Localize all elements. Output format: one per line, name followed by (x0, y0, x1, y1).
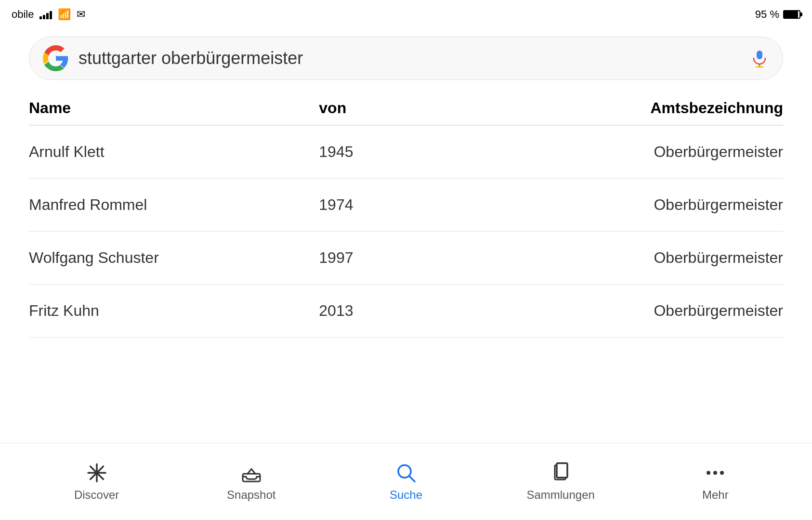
discover-label: Discover (74, 488, 119, 502)
svg-point-14 (713, 471, 717, 475)
row1-name: Arnulf Klett (29, 143, 319, 161)
row4-name: Fritz Kuhn (29, 302, 319, 320)
col-von-header: von (319, 99, 493, 117)
table-row: Wolfgang Schuster 1997 Oberbürgermeister (29, 232, 783, 285)
svg-rect-0 (757, 51, 762, 59)
nav-mehr[interactable]: Mehr (677, 462, 754, 502)
table-row: Fritz Kuhn 2013 Oberbürgermeister (29, 285, 783, 338)
row1-amts: Oberbürgermeister (493, 143, 783, 161)
battery-percentage: 95 % (755, 8, 779, 21)
table-header: Name von Amtsbezeichnung (29, 88, 783, 126)
search-bar[interactable]: stuttgarter oberbürgermeister (29, 37, 783, 80)
mehr-icon (705, 462, 726, 483)
search-container: stuttgarter oberbürgermeister (0, 29, 812, 88)
suche-label: Suche (390, 488, 422, 502)
search-query[interactable]: stuttgarter oberbürgermeister (79, 48, 740, 68)
status-left: obile 📶 ✉ (12, 8, 85, 21)
nav-snapshot[interactable]: Snapshot (213, 462, 290, 502)
table-row: Manfred Rommel 1974 Oberbürgermeister (29, 179, 783, 232)
row2-von: 1974 (319, 196, 493, 214)
svg-line-9 (409, 476, 415, 481)
results-table: Name von Amtsbezeichnung Arnulf Klett 19… (0, 88, 812, 338)
battery-icon (783, 10, 800, 19)
google-logo (43, 45, 69, 71)
signal-icon (39, 10, 52, 19)
nav-suche[interactable]: Suche (367, 462, 445, 502)
status-right: 95 % (755, 8, 800, 21)
row3-von: 1997 (319, 249, 493, 267)
snapshot-label: Snapshot (227, 488, 275, 502)
svg-point-13 (707, 471, 710, 475)
row4-amts: Oberbürgermeister (493, 302, 783, 320)
nav-discover[interactable]: Discover (58, 462, 135, 502)
snapshot-icon (241, 462, 262, 483)
sammlungen-label: Sammlungen (526, 488, 594, 502)
sammlungen-icon (550, 462, 571, 483)
nav-sammlungen[interactable]: Sammlungen (522, 462, 599, 502)
carrier-text: obile (12, 8, 34, 21)
table-row: Arnulf Klett 1945 Oberbürgermeister (29, 126, 783, 179)
status-bar: obile 📶 ✉ 95 % (0, 0, 812, 29)
row1-von: 1945 (319, 143, 493, 161)
row2-amts: Oberbürgermeister (493, 196, 783, 214)
svg-point-15 (720, 471, 724, 475)
bottom-navigation: Discover Snapshot Suche Sammlungen (0, 443, 812, 520)
svg-rect-11 (557, 463, 567, 478)
wifi-icon: 📶 (58, 8, 71, 21)
microphone-icon[interactable] (750, 49, 769, 68)
discover-icon (86, 462, 107, 483)
col-name-header: Name (29, 99, 319, 117)
row4-von: 2013 (319, 302, 493, 320)
svg-rect-7 (243, 474, 260, 481)
row2-name: Manfred Rommel (29, 196, 319, 214)
row3-amts: Oberbürgermeister (493, 249, 783, 267)
row3-name: Wolfgang Schuster (29, 249, 319, 267)
col-amts-header: Amtsbezeichnung (493, 99, 783, 117)
mehr-label: Mehr (702, 488, 729, 502)
suche-icon (395, 462, 417, 483)
email-icon: ✉ (77, 8, 85, 21)
